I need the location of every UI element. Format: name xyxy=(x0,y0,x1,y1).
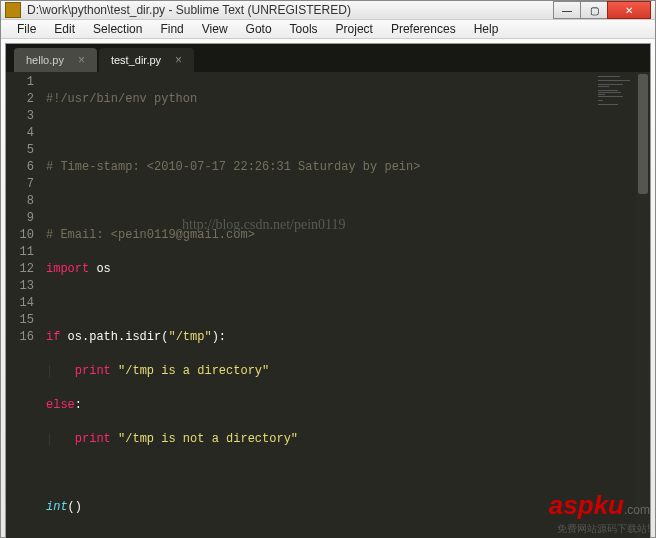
line-number: 15 xyxy=(6,312,34,329)
line-number: 14 xyxy=(6,295,34,312)
menu-preferences[interactable]: Preferences xyxy=(383,20,464,38)
code-line[interactable] xyxy=(42,125,596,142)
editor-frame: hello.py × test_dir.py × 1 2 3 4 5 6 7 8… xyxy=(5,43,651,538)
tab-label: test_dir.py xyxy=(111,54,161,66)
code-line[interactable]: int() xyxy=(42,499,596,516)
code-line[interactable]: # Email: <pein0119@gmail.com> xyxy=(42,227,596,244)
titlebar[interactable]: D:\work\python\test_dir.py - Sublime Tex… xyxy=(1,1,655,20)
code-line[interactable]: | print "/tmp is a directory" xyxy=(42,363,596,380)
maximize-button[interactable]: ▢ xyxy=(580,1,608,19)
line-number: 6 xyxy=(6,159,34,176)
line-number: 8 xyxy=(6,193,34,210)
code-line[interactable] xyxy=(42,193,596,210)
menu-selection[interactable]: Selection xyxy=(85,20,150,38)
tabbar: hello.py × test_dir.py × xyxy=(6,44,650,72)
code-line[interactable]: # Time-stamp: <2010-07-17 22:26:31 Satur… xyxy=(42,159,596,176)
menu-tools[interactable]: Tools xyxy=(282,20,326,38)
line-number: 5 xyxy=(6,142,34,159)
editor-body[interactable]: 1 2 3 4 5 6 7 8 9 10 11 12 13 14 15 16 #… xyxy=(6,72,650,538)
line-number: 11 xyxy=(6,244,34,261)
scroll-thumb[interactable] xyxy=(638,74,648,194)
menu-help[interactable]: Help xyxy=(466,20,507,38)
minimize-button[interactable]: — xyxy=(553,1,581,19)
menu-goto[interactable]: Goto xyxy=(238,20,280,38)
code-line[interactable] xyxy=(42,465,596,482)
close-button[interactable]: ✕ xyxy=(607,1,651,19)
code-line[interactable] xyxy=(42,295,596,312)
window-title: D:\work\python\test_dir.py - Sublime Tex… xyxy=(27,3,554,17)
menu-project[interactable]: Project xyxy=(328,20,381,38)
vertical-scrollbar[interactable] xyxy=(636,72,650,538)
line-number: 3 xyxy=(6,108,34,125)
tab-label: hello.py xyxy=(26,54,64,66)
code-line[interactable]: if os.path.isdir("/tmp"): xyxy=(42,329,596,346)
line-number: 16 xyxy=(6,329,34,346)
app-icon xyxy=(5,2,21,18)
menu-edit[interactable]: Edit xyxy=(46,20,83,38)
close-icon[interactable]: × xyxy=(175,53,182,67)
code-line[interactable]: #!/usr/bin/env python xyxy=(42,91,596,108)
line-number: 1 xyxy=(6,74,34,91)
close-icon[interactable]: × xyxy=(78,53,85,67)
line-gutter: 1 2 3 4 5 6 7 8 9 10 11 12 13 14 15 16 xyxy=(6,72,42,538)
line-number: 4 xyxy=(6,125,34,142)
line-number: 12 xyxy=(6,261,34,278)
code-area[interactable]: #!/usr/bin/env python # Time-stamp: <201… xyxy=(42,72,596,538)
line-number: 7 xyxy=(6,176,34,193)
line-number: 9 xyxy=(6,210,34,227)
line-number: 10 xyxy=(6,227,34,244)
menu-view[interactable]: View xyxy=(194,20,236,38)
tab-test-dir[interactable]: test_dir.py × xyxy=(99,48,194,72)
code-line[interactable]: else: xyxy=(42,397,596,414)
code-line[interactable]: | print "/tmp is not a directory" xyxy=(42,431,596,448)
application-window: D:\work\python\test_dir.py - Sublime Tex… xyxy=(0,0,656,538)
menubar: File Edit Selection Find View Goto Tools… xyxy=(1,20,655,39)
line-number: 13 xyxy=(6,278,34,295)
menu-file[interactable]: File xyxy=(9,20,44,38)
code-line[interactable] xyxy=(42,533,596,538)
tab-hello[interactable]: hello.py × xyxy=(14,48,97,72)
minimap[interactable] xyxy=(596,72,636,538)
code-line[interactable]: import os xyxy=(42,261,596,278)
window-controls: — ▢ ✕ xyxy=(554,1,651,19)
menu-find[interactable]: Find xyxy=(152,20,191,38)
line-number: 2 xyxy=(6,91,34,108)
